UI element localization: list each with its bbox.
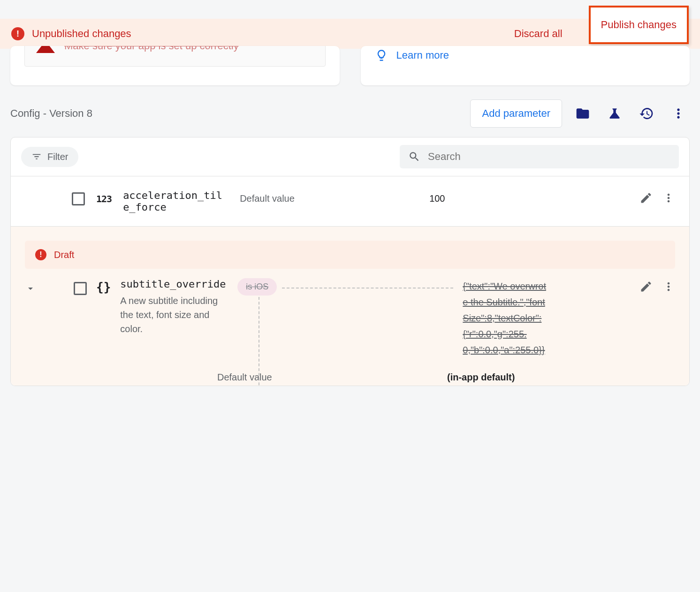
row-more-icon[interactable] — [662, 191, 675, 205]
row-checkbox[interactable] — [74, 282, 87, 295]
filter-label: Filter — [47, 152, 68, 162]
connector-line — [259, 297, 259, 386]
draft-alert-icon: ! — [35, 249, 46, 260]
default-value-label: Default value — [240, 193, 418, 204]
more-vert-icon[interactable] — [667, 102, 690, 125]
search-icon — [408, 151, 420, 163]
banner-text: Unpublished changes — [32, 28, 507, 40]
parameter-description: A new subtitle including the text, font … — [120, 294, 228, 336]
parameter-name: acceleration_tile_force — [123, 190, 228, 213]
row-checkbox[interactable] — [72, 192, 85, 205]
add-parameter-button[interactable]: Add parameter — [470, 99, 562, 128]
search-input[interactable] — [428, 151, 670, 163]
experiment-icon[interactable] — [603, 102, 626, 125]
parameter-value: 100 — [429, 193, 628, 204]
edit-icon[interactable] — [639, 280, 653, 293]
config-version-title: Config - Version 8 — [10, 107, 461, 120]
setup-card-text: Make sure your app is set up correctly — [64, 46, 239, 52]
parameter-row: 123 acceleration_tile_force Default valu… — [11, 176, 689, 227]
removed-value: {"text":"We overwrote the Subtitle.","fo… — [463, 278, 547, 358]
setup-card: Make sure your app is set up correctly — [10, 46, 340, 85]
chevron-down-icon[interactable] — [25, 283, 36, 294]
alert-icon: ! — [11, 27, 24, 40]
filter-icon — [31, 152, 42, 162]
in-app-default-label: (in-app default) — [447, 372, 515, 383]
json-type-icon: {} — [96, 280, 111, 294]
discard-all-button[interactable]: Discard all — [514, 28, 563, 40]
row-more-icon[interactable] — [662, 280, 675, 293]
connector-line — [282, 288, 453, 288]
parameter-name: subtitle_override — [120, 278, 228, 290]
edit-icon[interactable] — [639, 191, 653, 205]
number-type-icon: 123 — [96, 193, 112, 205]
config-panel: Filter 123 acceleration_tile_force Defau… — [10, 137, 690, 386]
draft-badge: ! Draft — [25, 241, 675, 269]
lightbulb-icon — [375, 49, 388, 62]
publish-changes-button[interactable]: Publish changes — [589, 6, 689, 44]
warning-triangle-icon — [36, 46, 55, 53]
search-box[interactable] — [400, 145, 679, 168]
default-value-label: Default value — [217, 372, 438, 383]
filter-button[interactable]: Filter — [21, 147, 78, 167]
draft-section: ! Draft {} subtitle_override A new subti… — [11, 227, 689, 386]
learn-more-link[interactable]: Learn more — [396, 49, 449, 61]
condition-chip[interactable]: is iOS — [237, 278, 277, 296]
learn-card: Learn more — [361, 46, 690, 85]
history-icon[interactable] — [635, 102, 658, 125]
draft-badge-text: Draft — [54, 250, 74, 260]
unpublished-banner: ! Unpublished changes Discard all Publis… — [0, 19, 700, 49]
folder-icon[interactable] — [571, 102, 594, 125]
